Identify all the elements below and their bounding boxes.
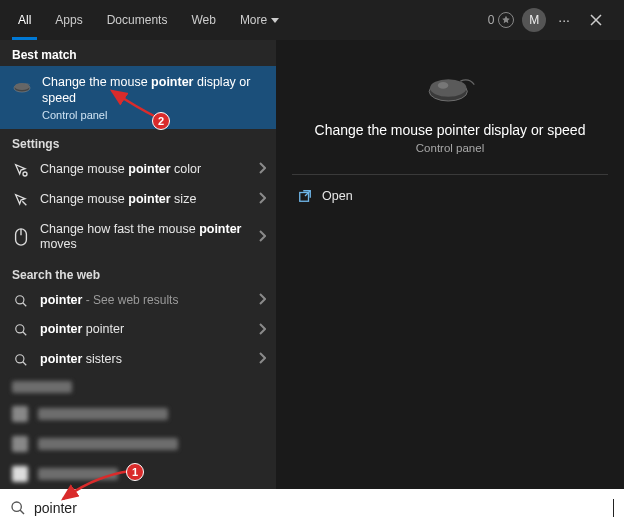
tab-all[interactable]: All xyxy=(6,0,43,40)
mouse-icon xyxy=(12,76,32,98)
user-avatar[interactable]: M xyxy=(522,8,546,32)
chevron-right-icon xyxy=(258,323,266,338)
medal-icon xyxy=(498,12,514,28)
svg-point-13 xyxy=(438,82,448,89)
highlight: pointer xyxy=(151,75,193,89)
web-result-pointer[interactable]: pointer - See web results xyxy=(0,286,276,316)
rewards-indicator[interactable]: 0 xyxy=(488,12,515,28)
section-settings: Settings xyxy=(0,129,276,155)
svg-line-16 xyxy=(20,510,24,514)
pointer-size-icon xyxy=(12,192,30,208)
search-results-area: Best match Change the mouse pointer disp… xyxy=(0,40,624,489)
svg-point-12 xyxy=(430,79,466,96)
preview-header: Change the mouse pointer display or spee… xyxy=(276,40,624,168)
tab-label: More xyxy=(240,13,267,27)
annotation-badge-2: 2 xyxy=(152,112,170,130)
close-button[interactable] xyxy=(582,14,610,26)
result-label: Change mouse pointer color xyxy=(40,162,248,178)
tab-label: Documents xyxy=(107,13,168,27)
section-search-web: Search the web xyxy=(0,260,276,286)
result-label: pointer - See web results xyxy=(40,293,248,309)
result-label: pointer sisters xyxy=(40,352,248,368)
tab-apps[interactable]: Apps xyxy=(43,0,94,40)
search-input[interactable] xyxy=(34,500,611,516)
svg-point-15 xyxy=(12,502,21,511)
chevron-right-icon xyxy=(258,293,266,308)
rewards-points: 0 xyxy=(488,13,495,27)
best-match-result[interactable]: Change the mouse pointer display or spee… xyxy=(0,66,276,129)
svg-point-7 xyxy=(16,325,24,333)
search-icon xyxy=(12,323,30,337)
chevron-right-icon xyxy=(258,192,266,207)
search-icon xyxy=(10,500,26,516)
preview-subtitle: Control panel xyxy=(416,142,484,154)
web-result-pointer-sisters[interactable]: pointer sisters xyxy=(0,345,276,375)
close-icon xyxy=(590,14,602,26)
settings-result-pointer-size[interactable]: Change mouse pointer size xyxy=(0,185,276,215)
tab-more[interactable]: More xyxy=(228,0,291,40)
mouse-outline-icon xyxy=(12,228,30,246)
pointer-color-icon xyxy=(12,162,30,178)
more-options-button[interactable]: ··· xyxy=(554,12,574,28)
user-initial: M xyxy=(529,13,539,27)
redacted-result[interactable] xyxy=(0,429,276,459)
text: Change the mouse xyxy=(42,75,151,89)
tab-label: Apps xyxy=(55,13,82,27)
search-icon xyxy=(12,353,30,367)
tab-web[interactable]: Web xyxy=(179,0,227,40)
section-best-match: Best match xyxy=(0,40,276,66)
search-icon xyxy=(12,294,30,308)
open-label: Open xyxy=(322,189,353,203)
settings-result-pointer-color[interactable]: Change mouse pointer color xyxy=(0,155,276,185)
svg-point-9 xyxy=(16,355,24,363)
result-label: Change mouse pointer size xyxy=(40,192,248,208)
chevron-right-icon xyxy=(258,162,266,177)
redacted-section-header xyxy=(0,375,276,399)
preview-title: Change the mouse pointer display or spee… xyxy=(315,122,586,138)
chevron-right-icon xyxy=(258,352,266,367)
chevron-right-icon xyxy=(258,230,266,245)
best-match-text: Change the mouse pointer display or spee… xyxy=(42,74,264,121)
svg-line-10 xyxy=(23,362,27,366)
tab-label: Web xyxy=(191,13,215,27)
text-caret xyxy=(613,499,614,517)
result-label: pointer pointer xyxy=(40,322,248,338)
preview-pane: Change the mouse pointer display or spee… xyxy=(276,40,624,489)
annotation-badge-1: 1 xyxy=(126,463,144,481)
search-bar[interactable] xyxy=(0,489,624,527)
result-label: Change how fast the mouse pointer moves xyxy=(40,222,248,253)
tab-label: All xyxy=(18,13,31,27)
open-icon xyxy=(298,189,312,203)
web-result-pointer-pointer[interactable]: pointer pointer xyxy=(0,315,276,345)
search-category-tabs: All Apps Documents Web More 0 M ··· xyxy=(0,0,624,40)
svg-line-6 xyxy=(23,302,27,306)
chevron-down-icon xyxy=(271,18,279,23)
svg-point-1 xyxy=(15,83,30,90)
svg-point-2 xyxy=(23,172,27,176)
mouse-icon xyxy=(424,72,476,108)
tab-documents[interactable]: Documents xyxy=(95,0,180,40)
svg-point-5 xyxy=(16,295,24,303)
best-match-title: Change the mouse pointer display or spee… xyxy=(42,74,264,107)
results-list-pane: Best match Change the mouse pointer disp… xyxy=(0,40,276,489)
redacted-result[interactable] xyxy=(0,399,276,429)
divider xyxy=(292,174,608,175)
svg-line-8 xyxy=(23,332,27,336)
settings-result-pointer-speed[interactable]: Change how fast the mouse pointer moves xyxy=(0,215,276,260)
open-action[interactable]: Open xyxy=(276,179,624,213)
